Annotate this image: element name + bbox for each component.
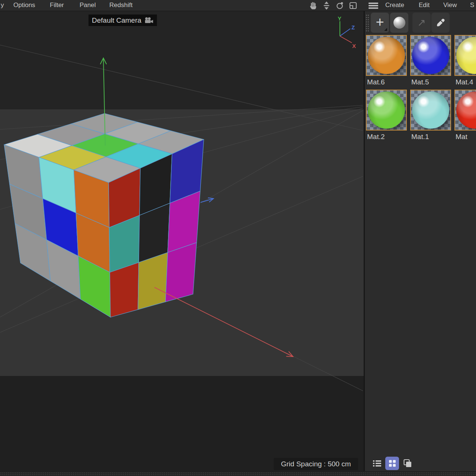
- menubar: yOptionsFilterPanelRedshift: [0, 0, 476, 11]
- material-label: Mat.2: [366, 131, 407, 141]
- pan-hand-icon[interactable]: [308, 1, 318, 10]
- material-label: Mat.5: [410, 76, 451, 86]
- material-item: Mat.1: [410, 90, 451, 144]
- add-material-button[interactable]: +: [371, 13, 389, 33]
- material-ball-preview: [412, 37, 449, 74]
- material-thumbnail-mat-6[interactable]: [366, 35, 407, 76]
- material-label: Mat.6: [366, 76, 407, 86]
- new-material-ball-button[interactable]: [390, 13, 408, 33]
- cube-tile-right-2-0[interactable]: [110, 263, 139, 317]
- axis-gizmo[interactable]: Y Z X: [329, 17, 357, 51]
- material-item: Mat.6: [366, 35, 407, 90]
- grid-spacing-text: Grid Spacing : 500 cm: [281, 460, 351, 468]
- camera-icon: [145, 17, 154, 23]
- menu-item-redshift[interactable]: Redshift: [109, 0, 132, 10]
- material-item: Mat: [454, 90, 476, 144]
- grid-spacing-label: Grid Spacing : 500 cm: [274, 458, 358, 470]
- material-label: Mat.1: [410, 131, 451, 141]
- dropdown-corner-icon: [384, 28, 387, 31]
- panel-drag-handle[interactable]: [366, 14, 369, 32]
- diagonal-arrow-icon: ↗: [417, 17, 426, 29]
- scene-canvas[interactable]: [0, 11, 364, 471]
- menu-item-view[interactable]: View: [443, 0, 457, 10]
- rotate-icon[interactable]: [335, 1, 345, 10]
- material-thumbnail-mat-4[interactable]: [454, 35, 476, 76]
- active-camera-label[interactable]: Default Camera: [89, 15, 157, 26]
- promote-arrow-button[interactable]: ↗: [412, 13, 431, 33]
- material-thumbnail-mat-5[interactable]: [410, 35, 451, 76]
- grid-view-icon: [387, 458, 398, 469]
- view-mode-grid-button[interactable]: [385, 457, 399, 470]
- material-ball-preview: [368, 91, 405, 129]
- material-ball-icon: [393, 17, 405, 29]
- gizmo-x-label: X: [352, 43, 356, 49]
- list-view-icon: [372, 459, 382, 468]
- viewport-3d[interactable]: Default Camera Y Z X Grid Spacing : 500 …: [0, 11, 364, 471]
- eyedropper-icon: [435, 17, 446, 28]
- menu-item-options[interactable]: Options: [13, 0, 35, 10]
- gizmo-z-label: Z: [351, 24, 355, 30]
- material-grid: Mat.6Mat.5Mat.4Mat.2Mat.1Mat: [366, 35, 476, 144]
- menu-item-s[interactable]: S: [470, 0, 474, 10]
- camera-label-text: Default Camera: [92, 16, 141, 25]
- material-ball-preview: [368, 37, 405, 74]
- material-ball-preview: [412, 91, 449, 129]
- menu-item-panel[interactable]: Panel: [80, 0, 96, 10]
- material-label: Mat.4: [454, 76, 476, 86]
- layers-view-icon: [402, 458, 413, 469]
- material-ball-preview: [456, 91, 476, 129]
- menu-item-edit[interactable]: Edit: [419, 0, 430, 10]
- gizmo-y-label: Y: [338, 17, 341, 22]
- zoom-icon[interactable]: [321, 1, 332, 10]
- material-label: Mat: [454, 131, 476, 141]
- materials-panel: + ↗ Mat.6Mat.5Mat.4Mat.2Mat.1Mat: [364, 11, 476, 471]
- eyedropper-button[interactable]: [431, 13, 450, 33]
- cube-tile-right-2-2[interactable]: [165, 242, 197, 302]
- menu-item-create[interactable]: Create: [385, 0, 404, 10]
- plus-icon: +: [376, 15, 384, 29]
- hamburger-menu-icon[interactable]: [368, 1, 379, 10]
- menu-item-filter[interactable]: Filter: [50, 0, 64, 10]
- material-ball-preview: [456, 37, 476, 74]
- cube-tile-right-2-1[interactable]: [138, 253, 168, 309]
- view-mode-layers-button[interactable]: [401, 457, 414, 470]
- window-resize-strip[interactable]: [0, 472, 476, 476]
- toggle-view-icon[interactable]: [348, 1, 358, 10]
- material-item: Mat.4: [454, 35, 476, 90]
- menu-item-y[interactable]: y: [1, 0, 4, 10]
- material-thumbnail-mat[interactable]: [454, 90, 476, 131]
- material-item: Mat.5: [410, 35, 451, 90]
- view-mode-list-button[interactable]: [370, 457, 384, 470]
- material-thumbnail-mat-2[interactable]: [366, 90, 407, 131]
- material-thumbnail-mat-1[interactable]: [410, 90, 451, 131]
- material-item: Mat.2: [366, 90, 407, 144]
- lower-band: [0, 376, 364, 471]
- sky-band: [0, 11, 364, 109]
